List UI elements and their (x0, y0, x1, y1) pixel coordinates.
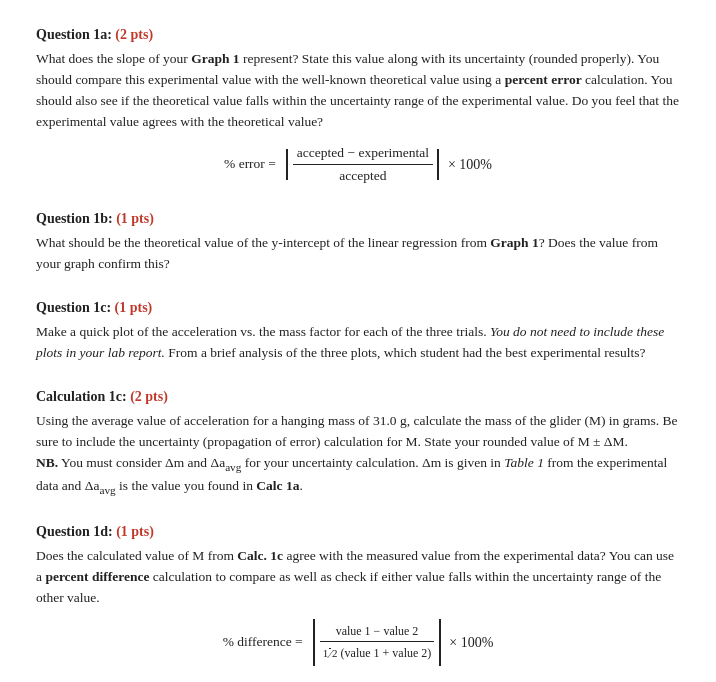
percent-diff-label: % difference = (223, 632, 303, 652)
percent-error-denominator: accepted (293, 165, 433, 186)
abs-bar-right (437, 149, 439, 180)
question-1b-pts: (1 pts) (116, 211, 154, 226)
question-1d-label: Question 1d (36, 524, 108, 539)
q1c-text1: Make a quick plot of the acceleration vs… (36, 324, 490, 339)
question-1c-label: Question 1c (36, 300, 106, 315)
question-1d-title: Question 1d: (1 pts) (36, 521, 680, 542)
pct-diff-fraction: value 1 − value 2 1⁄2 (value 1 + value 2… (320, 622, 435, 662)
question-1c-section: Question 1c: (1 pts) Make a quick plot o… (36, 297, 680, 364)
calc-1c-label: Calculation 1c (36, 389, 122, 404)
question-1b-label: Question 1b (36, 211, 108, 226)
abs-fraction-wrap: accepted − experimental accepted (285, 143, 440, 187)
pct-diff-numerator: value 1 − value 2 (320, 622, 435, 642)
question-1b-colon: : (108, 211, 116, 226)
abs-bar-left (286, 149, 288, 180)
percent-error-times100: × 100% (448, 154, 492, 175)
big-abs-bar-right (439, 619, 441, 667)
question-1c-pts: (1 pts) (115, 300, 153, 315)
q1a-percent-error-term: percent error (505, 72, 582, 87)
q1a-graph1: Graph 1 (191, 51, 239, 66)
q1d-calc1c: Calc. 1c (237, 548, 283, 563)
q1c-text2: From a brief analysis of the three plots… (165, 345, 646, 360)
calc-1c-body: Using the average value of acceleration … (36, 411, 680, 499)
big-abs-bar-left (313, 619, 315, 667)
pct-diff-denominator: 1⁄2 (value 1 + value 2) (320, 642, 435, 662)
question-1b-section: Question 1b: (1 pts) What should be the … (36, 208, 680, 275)
pct-diff-times100: × 100% (449, 632, 493, 653)
calc1c-nb: NB. (36, 455, 58, 470)
calc1c-calc1a: Calc 1a (256, 478, 299, 493)
question-1d-colon: : (108, 524, 116, 539)
q1d-text1: Does the calculated value of M from (36, 548, 237, 563)
abs-fraction: accepted − experimental accepted (293, 143, 433, 187)
question-1a-pts: (2 pts) (115, 27, 153, 42)
calc1c-text3: . (299, 478, 302, 493)
percent-error-fraction: accepted − experimental accepted (293, 143, 433, 187)
percent-error-label: % error = (224, 154, 276, 174)
calc-1c-colon: : (122, 389, 130, 404)
percent-error-numerator: accepted − experimental (293, 143, 433, 165)
question-1d-body: Does the calculated value of M from Calc… (36, 546, 680, 609)
table1-link: Table 1 (504, 455, 544, 470)
question-1d-section: Question 1d: (1 pts) Does the calculated… (36, 521, 680, 666)
question-1b-body: What should be the theoretical value of … (36, 233, 680, 275)
big-abs-wrap: value 1 − value 2 1⁄2 (value 1 + value 2… (312, 619, 442, 667)
q1d-pct-diff: percent difference (45, 569, 149, 584)
question-1a-body: What does the slope of your Graph 1 repr… (36, 49, 680, 133)
calc-1c-section: Calculation 1c: (2 pts) Using the averag… (36, 386, 680, 499)
question-1a-label: Question 1a (36, 27, 107, 42)
question-1c-colon: : (106, 300, 114, 315)
question-1d-pts: (1 pts) (116, 524, 154, 539)
pct-diff-fraction-wrap: value 1 − value 2 1⁄2 (value 1 + value 2… (320, 622, 435, 662)
question-1c-title: Question 1c: (1 pts) (36, 297, 680, 318)
question-1a-title: Question 1a: (2 pts) (36, 24, 680, 45)
percent-difference-formula: % difference = value 1 − value 2 1⁄2 (va… (36, 619, 680, 667)
question-1c-body: Make a quick plot of the acceleration vs… (36, 322, 680, 364)
question-1a-section: Question 1a: (2 pts) What does the slope… (36, 24, 680, 186)
calc-1c-pts: (2 pts) (130, 389, 168, 404)
percent-error-formula: % error = accepted − experimental accept… (36, 143, 680, 187)
calc1c-text1: Using the average value of acceleration … (36, 413, 677, 449)
q1b-graph1: Graph 1 (490, 235, 538, 250)
question-1b-title: Question 1b: (1 pts) (36, 208, 680, 229)
calc-1c-title: Calculation 1c: (2 pts) (36, 386, 680, 407)
q1a-text1: What does the slope of your (36, 51, 191, 66)
q1b-text1: What should be the theoretical value of … (36, 235, 490, 250)
calc1c-text2: You must consider Δm and Δaavg for your … (36, 455, 667, 493)
